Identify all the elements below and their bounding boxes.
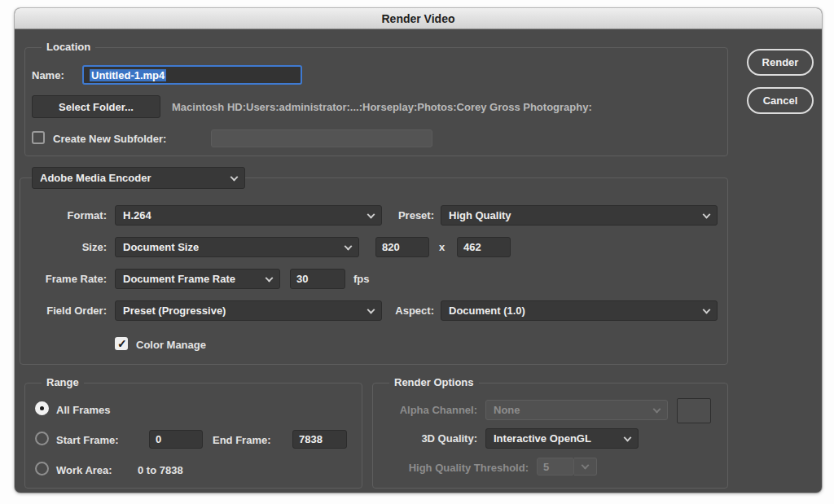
width-input[interactable]: 820: [375, 237, 429, 257]
size-select-value: Document Size: [123, 241, 199, 253]
color-manage-checkbox[interactable]: [115, 337, 128, 350]
start-frame-input[interactable]: 0: [149, 430, 203, 449]
size-times-label: x: [439, 241, 445, 253]
end-frame-label: End Frame:: [213, 434, 271, 446]
chevron-down-icon: [230, 173, 239, 181]
chevron-down-icon: [266, 274, 274, 282]
range-group: Range All Frames Start Frame: 0 End Fram…: [24, 383, 362, 489]
preset-select-value: High Quality: [449, 209, 511, 221]
cancel-button[interactable]: Cancel: [747, 87, 814, 114]
format-select-value: H.264: [123, 209, 151, 221]
folder-path-text: Macintosh HD:Users:administrator:...:Hor…: [172, 101, 592, 113]
format-select[interactable]: H.264: [115, 205, 382, 226]
create-subfolder-label: Create New Subfolder:: [53, 133, 166, 145]
dialog-title: Render Video: [382, 12, 455, 25]
work-area-value: 0 to 7838: [138, 464, 183, 476]
start-frame-value: 0: [156, 433, 161, 445]
frame-rate-select[interactable]: Document Frame Rate: [115, 269, 280, 289]
select-folder-label: Select Folder...: [59, 101, 134, 113]
width-input-value: 820: [382, 241, 400, 253]
render-options-legend: Render Options: [389, 376, 479, 388]
aspect-label: Aspect:: [388, 305, 434, 317]
chevron-down-icon: [653, 405, 661, 413]
frame-rate-label: Frame Rate:: [12, 273, 107, 285]
fps-unit-label: fps: [353, 273, 370, 285]
render-button[interactable]: Render: [747, 49, 814, 76]
name-label: Name:: [32, 69, 64, 81]
name-input[interactable]: Untitled-1.mp4: [82, 65, 302, 85]
start-frame-radio[interactable]: [35, 432, 49, 445]
render-video-dialog: Render Video Location Name: Untitled-1.m…: [15, 8, 822, 493]
height-input[interactable]: 462: [457, 237, 511, 257]
all-frames-radio[interactable]: [35, 401, 49, 415]
range-legend: Range: [42, 376, 84, 388]
field-order-select[interactable]: Preset (Progressive): [115, 300, 382, 321]
alpha-matte-swatch: [677, 398, 711, 423]
cancel-button-label: Cancel: [763, 94, 798, 107]
end-frame-input[interactable]: 7838: [292, 430, 347, 449]
create-subfolder-checkbox[interactable]: [32, 131, 45, 144]
chevron-down-icon: [703, 210, 711, 218]
subfolder-name-input: [211, 129, 432, 147]
3d-quality-select[interactable]: Interactive OpenGL: [485, 428, 639, 449]
chevron-down-icon: [345, 242, 353, 250]
hq-threshold-value: 5: [543, 461, 549, 473]
work-area-radio[interactable]: [35, 462, 49, 476]
chevron-down-icon: [703, 305, 711, 313]
alpha-channel-label: Alpha Channel:: [381, 404, 477, 416]
fps-input[interactable]: 30: [290, 269, 345, 289]
fps-input-value: 30: [296, 273, 308, 285]
encoder-select-value: Adobe Media Encoder: [40, 172, 151, 184]
dialog-titlebar: Render Video: [15, 8, 822, 29]
alpha-channel-value: None: [494, 404, 520, 416]
location-legend: Location: [42, 41, 95, 53]
work-area-label: Work Area:: [56, 464, 112, 476]
hq-threshold-stepper: [574, 458, 597, 476]
start-frame-label: Start Frame:: [56, 434, 119, 446]
encoder-select[interactable]: Adobe Media Encoder: [32, 167, 245, 189]
preset-select[interactable]: High Quality: [441, 205, 718, 226]
end-frame-value: 7838: [299, 433, 323, 445]
height-input-value: 462: [463, 241, 481, 253]
chevron-down-icon: [582, 462, 590, 470]
field-order-label: Field Order:: [12, 305, 107, 317]
aspect-select-value: Document (1.0): [449, 305, 525, 317]
hq-threshold-input: 5: [537, 458, 574, 476]
screenshot-canvas: Render Video Location Name: Untitled-1.m…: [0, 0, 834, 504]
format-label: Format:: [20, 209, 107, 221]
3d-quality-label: 3D Quality:: [381, 432, 477, 445]
location-group: Location Name: Untitled-1.mp4 Select Fol…: [24, 47, 728, 156]
size-label: Size:: [20, 241, 107, 253]
field-order-select-value: Preset (Progressive): [123, 305, 226, 317]
chevron-down-icon: [367, 305, 375, 313]
render-button-label: Render: [762, 56, 799, 68]
name-input-value: Untitled-1.mp4: [90, 69, 166, 81]
hq-threshold-label: High Quality Threshold:: [381, 462, 529, 474]
frame-rate-select-value: Document Frame Rate: [123, 273, 235, 285]
chevron-down-icon: [367, 210, 375, 218]
select-folder-button[interactable]: Select Folder...: [32, 95, 160, 118]
alpha-channel-select: None: [485, 400, 668, 420]
chevron-down-icon: [624, 433, 632, 441]
render-options-group: Render Options Alpha Channel: None 3D Qu…: [372, 383, 728, 489]
preset-label: Preset:: [388, 209, 434, 221]
all-frames-label: All Frames: [56, 404, 110, 416]
3d-quality-value: Interactive OpenGL: [494, 432, 591, 445]
color-manage-label: Color Manage: [136, 339, 206, 351]
encoder-group: Adobe Media Encoder Format: H.264 Preset…: [20, 177, 728, 365]
aspect-select[interactable]: Document (1.0): [441, 300, 718, 321]
size-select[interactable]: Document Size: [115, 237, 359, 257]
